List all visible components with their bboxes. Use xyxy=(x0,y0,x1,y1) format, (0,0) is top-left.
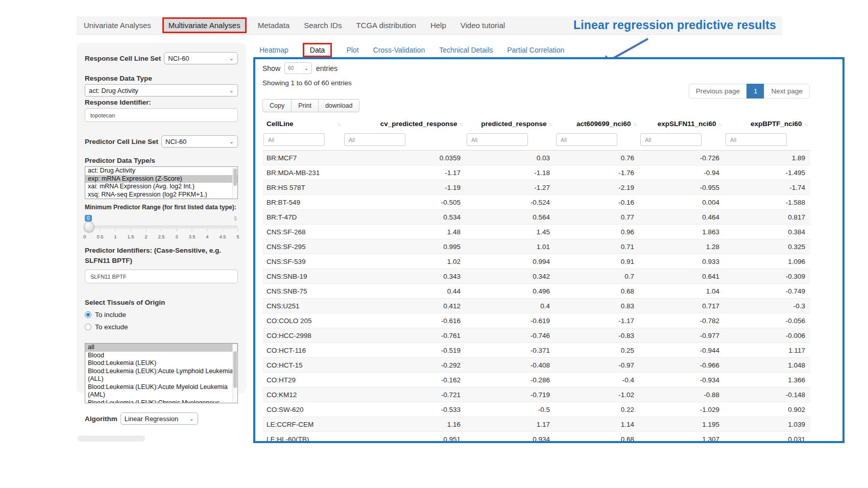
tab-partial-correlation[interactable]: Partial Correlation xyxy=(507,46,564,54)
table-row[interactable]: CNS:SF-5391.020.9940.910.9331.096 xyxy=(262,254,810,269)
column-title-text: expSLFN11_nci60 xyxy=(658,120,716,128)
option-act-drug-activity[interactable]: act: Drug Activity xyxy=(85,167,237,175)
table-row[interactable]: CNS:U2510.4120.40.830.717-0.3 xyxy=(262,299,810,313)
table-row[interactable]: CNS:SNB-750.440.4960.681.04-0.749 xyxy=(262,284,810,299)
tissue-listbox[interactable]: allBloodBlood:Leukemia (LEUK)Blood:Leuke… xyxy=(85,343,238,403)
cutoff-element xyxy=(78,435,145,442)
response-data-type-select[interactable]: act: Drug Activity ⌄ xyxy=(85,84,238,96)
scrollbar[interactable] xyxy=(232,344,237,402)
table-row[interactable]: CNS:SNB-190.3430.3420.70.641-0.309 xyxy=(262,269,810,284)
nav-item-search-ids[interactable]: Search IDs xyxy=(297,21,349,30)
scrollbar-thumb[interactable] xyxy=(233,351,237,388)
table-row[interactable]: LE:HL-60(TB)0.9510.9340.681.3070.031 xyxy=(262,432,810,444)
filter-input-cv-predicted-response[interactable] xyxy=(344,133,405,146)
value-cell: 0.44 xyxy=(343,284,466,299)
tab-heatmap[interactable]: Heatmap xyxy=(259,46,288,54)
filter-input-act609699-nci60[interactable] xyxy=(556,133,617,146)
sort-arrows-icon[interactable]: ↑↓ xyxy=(804,121,808,127)
nav-item-video-tutorial[interactable]: Video tutorial xyxy=(453,21,512,30)
table-row[interactable]: CO:HCC-2998-0.761-0.746-0.83-0.977-0.006 xyxy=(262,328,810,343)
copy-button[interactable]: Copy xyxy=(262,99,292,112)
value-cell: -0.006 xyxy=(725,328,810,343)
radio-to-include[interactable]: To include xyxy=(85,311,238,319)
slider-track[interactable] xyxy=(85,226,238,229)
current-page-button[interactable]: 1 xyxy=(746,84,765,99)
table-row[interactable]: CO:COLO 205-0.616-0.619-1.17-0.782-0.056 xyxy=(262,313,810,328)
filter-cell xyxy=(343,131,466,151)
option-blood[interactable]: Blood xyxy=(85,352,237,360)
sort-arrows-icon[interactable]: ↑↓ xyxy=(460,121,463,127)
min-predictor-range-slider[interactable]: 0 5 00.511.522.533.544.55 xyxy=(85,215,238,240)
sort-arrows-icon[interactable]: ↑↓ xyxy=(633,121,637,127)
filter-input-expbptf-nci60[interactable] xyxy=(726,133,787,146)
option-all[interactable]: all xyxy=(85,344,237,352)
tab-plot[interactable]: Plot xyxy=(346,46,358,54)
predictor-identifiers-input[interactable] xyxy=(85,270,238,283)
nav-item-metadata[interactable]: Metadata xyxy=(251,21,297,30)
sort-arrows-icon[interactable]: ↑↓ xyxy=(718,121,722,127)
option-xsq-rna-seq-expression-log2-fpkm-1[interactable]: xsq: RNA-seq Expression (log2 FPKM+1.) xyxy=(85,191,237,199)
nav-item-univariate-analyses[interactable]: Univariate Analyses xyxy=(77,21,158,30)
table-row[interactable]: CO:HCT-15-0.292-0.408-0.97-0.9661.048 xyxy=(262,358,810,373)
value-cell: -0.749 xyxy=(725,284,810,299)
option-blood-leukemia-leuk[interactable]: Blood:Leukemia (LEUK) xyxy=(85,359,237,368)
filter-cell xyxy=(639,131,725,151)
filter-input-cellline[interactable] xyxy=(263,133,325,146)
table-row[interactable]: BR:BT-549-0.505-0.524-0.160.004-1.588 xyxy=(262,195,810,210)
response-data-type-label: Response Data Type xyxy=(85,75,238,82)
nav-item-help[interactable]: Help xyxy=(423,21,453,30)
previous-page-button[interactable]: Previous page xyxy=(689,84,747,99)
value-cell: 1.039 xyxy=(725,417,810,432)
table-row[interactable]: LE:CCRF-CEM1.161.171.141.1951.039 xyxy=(262,417,810,432)
column-header-cv-predicted-response[interactable]: cv_predicted_response↑↓ xyxy=(343,116,466,131)
value-cell: -0.524 xyxy=(466,195,555,210)
table-row[interactable]: CO:SW-620-0.533-0.50.22-1.0290.902 xyxy=(262,402,810,417)
value-cell: -0.309 xyxy=(725,269,810,284)
table-row[interactable]: CO:HCT-116-0.519-0.3710.25-0.9441.117 xyxy=(262,343,810,358)
filter-input-predicted-response[interactable] xyxy=(467,133,528,146)
tab-data[interactable]: Data xyxy=(303,43,332,57)
sort-arrows-icon[interactable]: ↑↓ xyxy=(337,121,341,127)
option-blood-leukemia-leuk-acute-myeloid-leukemia-aml[interactable]: Blood:Leukemia (LEUK):Acute Myeloid Leuk… xyxy=(85,383,237,399)
scrollbar[interactable] xyxy=(232,167,237,198)
table-row[interactable]: CO:HT29-0.162-0.286-0.4-0.9341.366 xyxy=(262,373,810,387)
table-row[interactable]: CO:KM12-0.721-0.719-1.02-0.88-0.148 xyxy=(262,387,810,402)
filter-input-expslfn11-nci60[interactable] xyxy=(640,133,702,146)
response-cell-line-set-select[interactable]: NCI-60 ⌄ xyxy=(164,52,238,64)
option-blood-leukemia-leuk-chronic-myelogenous-leukemia-cml[interactable]: Blood:Leukemia (LEUK):Chronic Myelogenou… xyxy=(85,399,237,404)
scrollbar-thumb[interactable] xyxy=(233,168,237,186)
table-row[interactable]: BR:T-47D0.5340.5640.770.4640.817 xyxy=(262,210,810,225)
tab-technical-details[interactable]: Technical Details xyxy=(439,46,493,54)
option-xai-mrna-expression-avg-log2-int[interactable]: xai: mRNA Expression (Avg. log2 Int.) xyxy=(85,183,237,191)
column-header-cellline[interactable]: CellLine↑↓ xyxy=(262,116,343,131)
algorithm-select[interactable]: Linear Regression ⌄ xyxy=(120,412,198,425)
column-header-act609699-nci60[interactable]: act609699_nci60↑↓ xyxy=(555,116,639,131)
column-header-expbptf-nci60[interactable]: expBPTF_nci60↑↓ xyxy=(725,116,810,131)
value-cell: -0.533 xyxy=(343,402,466,417)
slider-tick: 2 xyxy=(144,229,147,240)
sort-arrows-icon[interactable]: ↑↓ xyxy=(549,121,552,127)
predictor-cell-line-set-select[interactable]: NCI-60 ⌄ xyxy=(161,135,238,148)
table-row[interactable]: CNS:SF-2950.9951.010.711.280.325 xyxy=(262,239,810,254)
value-cell: -0.97 xyxy=(555,358,639,373)
predictor-data-types-listbox[interactable]: act: Drug Activityexp: mRNA Expression (… xyxy=(85,166,238,199)
nav-item-tcga-distribution[interactable]: TCGA distribution xyxy=(349,21,423,30)
table-row[interactable]: BR:MCF70.03590.030.76-0.7261.89 xyxy=(262,151,810,165)
print-button[interactable]: Print xyxy=(291,99,319,112)
value-cell: 0.534 xyxy=(343,210,466,225)
page-size-select[interactable]: 60 ⌄ xyxy=(284,62,312,74)
table-row[interactable]: BR:MDA-MB-231-1.17-1.18-1.76-0.94-1.495 xyxy=(262,165,810,180)
next-page-button[interactable]: Next page xyxy=(764,84,810,99)
value-cell: -0.761 xyxy=(343,328,466,343)
option-blood-leukemia-leuk-acute-lymphoid-leukemia-all[interactable]: Blood:Leukemia (LEUK):Acute Lymphoid Leu… xyxy=(85,368,237,383)
tab-cross-validation[interactable]: Cross-Validation xyxy=(373,46,425,54)
nav-item-multivariate-analyses[interactable]: Multivariate Analyses xyxy=(162,17,247,33)
radio-to-exclude[interactable]: To exclude xyxy=(85,323,238,331)
response-identifier-input[interactable] xyxy=(85,108,238,122)
table-row[interactable]: BR:HS 578T-1.19-1.27-2.19-0.955-1.74 xyxy=(262,180,810,195)
option-exp-mrna-expression-z-score[interactable]: exp: mRNA Expression (Z-Score) xyxy=(85,175,237,183)
table-row[interactable]: CNS:SF-2681.481.450.961.8630.384 xyxy=(262,225,810,239)
column-header-predicted-response[interactable]: predicted_response↑↓ xyxy=(466,116,555,131)
download-button[interactable]: download xyxy=(318,99,360,112)
column-header-expslfn11-nci60[interactable]: expSLFN11_nci60↑↓ xyxy=(639,116,725,131)
